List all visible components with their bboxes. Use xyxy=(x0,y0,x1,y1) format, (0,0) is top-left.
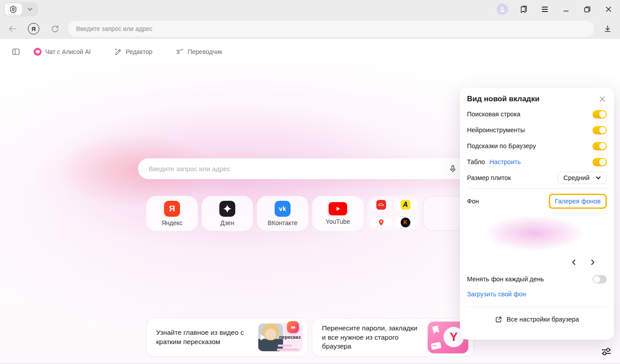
close-window-icon[interactable] xyxy=(601,2,616,16)
upload-background-link[interactable]: Загрузить свой фон xyxy=(467,291,526,298)
microphone-icon[interactable] xyxy=(448,164,458,174)
setting-row-daily-background: Менять фон каждый день xyxy=(467,271,607,287)
bookmarks-panel-icon[interactable] xyxy=(517,2,531,16)
sidebar-toggle-icon[interactable] xyxy=(7,44,25,60)
back-icon[interactable] xyxy=(4,21,21,37)
setting-label: Менять фон каждый день xyxy=(467,276,544,283)
close-panel-icon[interactable] xyxy=(598,95,607,103)
setting-row-background: Фон Галерея фонов xyxy=(467,192,607,211)
tile-group[interactable]: A K xyxy=(367,196,419,231)
quote-badge-icon xyxy=(287,321,299,333)
tile-label: YouTube xyxy=(325,218,350,225)
pencil-sparkle-icon xyxy=(114,47,122,56)
setting-label: Подсказки по Браузеру xyxy=(467,142,536,149)
restore-icon[interactable] xyxy=(580,2,594,16)
bookmarks-bar: Чат с Алисой AI Редактор а Переводчик xyxy=(0,39,620,64)
navigation-toolbar: Я xyxy=(0,19,620,39)
bookmark-translator[interactable]: а Переводчик xyxy=(171,45,226,59)
address-bar[interactable] xyxy=(68,21,594,37)
new-tab-settings-panel: Вид новой вкладки Поисковая строка Нейро… xyxy=(460,88,614,340)
skeleton-line xyxy=(278,345,292,347)
retell-badge: пересказ xyxy=(279,334,301,340)
play-icon xyxy=(260,334,265,341)
carousel-prev-icon[interactable] xyxy=(570,258,578,267)
page-settings-sliders-icon[interactable] xyxy=(600,345,613,358)
tile-size-value: Средний xyxy=(563,174,589,181)
tile-dzen[interactable]: Дзен xyxy=(202,196,253,231)
tableau-toggle[interactable] xyxy=(593,158,607,166)
background-gallery-link[interactable]: Галерея фонов xyxy=(555,198,601,205)
setting-label: Фон xyxy=(467,198,479,205)
active-tab[interactable]: 0 xyxy=(4,3,22,15)
chevron-down-icon xyxy=(596,175,601,180)
tab-strip: 0 xyxy=(0,0,620,19)
profile-avatar[interactable] xyxy=(495,2,509,16)
setting-row-search-bar: Поисковая строка xyxy=(467,106,607,122)
promo-text: Перенесите пароли, закладки и все нужное… xyxy=(322,324,422,352)
search-box[interactable] xyxy=(138,158,469,179)
tile-label: ВКонтакте xyxy=(268,220,297,226)
setting-label: Табло xyxy=(467,158,485,165)
translate-icon: а xyxy=(175,47,184,56)
tile-label: Яндекс xyxy=(161,220,182,226)
yandex-drive-icon xyxy=(370,200,392,210)
carousel-next-icon[interactable] xyxy=(588,258,597,267)
youtube-play-icon xyxy=(329,202,347,215)
vk-icon: vk xyxy=(275,201,291,217)
setting-row-upload: Загрузить свой фон xyxy=(467,287,607,301)
search-input[interactable] xyxy=(149,165,448,172)
external-link-icon xyxy=(495,316,502,323)
bookmark-label: Переводчик xyxy=(188,48,222,55)
search-bar-toggle[interactable] xyxy=(593,110,607,119)
yandex-logo-icon[interactable]: Я xyxy=(25,21,42,37)
tableau-configure-link[interactable]: Настроить xyxy=(490,158,521,165)
tile-size-select[interactable]: Средний xyxy=(558,172,607,184)
promo-video-summary[interactable]: Узнайте главное из видео с кратким перес… xyxy=(146,318,308,357)
refresh-icon[interactable] xyxy=(46,21,64,37)
address-input[interactable] xyxy=(76,25,586,32)
alice-icon xyxy=(34,48,42,56)
tile-vkontakte[interactable]: vk ВКонтакте xyxy=(257,196,308,231)
skeleton-line xyxy=(277,349,299,351)
browser-tips-toggle[interactable] xyxy=(593,142,607,150)
tile-label: Дзен xyxy=(220,220,234,226)
setting-label: Нейроинструменты xyxy=(467,126,525,134)
panel-title: Вид новой вкладки xyxy=(467,95,540,103)
bookmark-alice-chat[interactable]: Чат с Алисой AI xyxy=(29,45,95,58)
setting-label: Поисковая строка xyxy=(467,111,520,118)
panel-divider xyxy=(467,188,607,189)
tiles-row: Я Яндекс Дзен vk ВКонтакте YouTube xyxy=(146,196,474,231)
setting-row-tile-size: Размер плиток Средний xyxy=(467,170,607,186)
dzen-star-icon xyxy=(219,201,235,217)
bookmark-editor[interactable]: Редактор xyxy=(109,45,157,58)
tab-group[interactable]: 0 xyxy=(4,2,38,16)
tab-counter-shield-icon: 0 xyxy=(8,4,18,14)
kinopoisk-icon: K xyxy=(394,218,417,227)
window-controls xyxy=(495,0,616,19)
daily-background-toggle[interactable] xyxy=(593,275,607,284)
menu-icon[interactable] xyxy=(538,2,552,16)
promo-import-data[interactable]: Перенесите пароли, закладки и все нужное… xyxy=(312,318,474,357)
background-preview xyxy=(467,213,607,257)
minimize-icon[interactable] xyxy=(559,2,573,16)
bookmark-shape-icon xyxy=(432,326,440,334)
setting-label: Размер плиток xyxy=(467,174,511,181)
gallery-highlight-box: Галерея фонов xyxy=(549,194,607,209)
neurotools-toggle[interactable] xyxy=(593,126,607,134)
yandex-maps-pin-icon xyxy=(370,218,392,226)
yandex-tile-icon: Я xyxy=(164,201,180,217)
bookmark-label: Редактор xyxy=(126,48,152,55)
browser-window: 0 xyxy=(0,0,620,364)
tile-yandex[interactable]: Я Яндекс xyxy=(146,196,198,231)
bookmark-label: Чат с Алисой AI xyxy=(45,48,91,55)
tab-count: 0 xyxy=(8,4,18,14)
auto-ru-icon: A xyxy=(394,200,417,210)
panel-divider xyxy=(467,307,607,307)
tab-list-chevron-icon[interactable] xyxy=(22,6,38,12)
downloads-icon[interactable] xyxy=(599,21,616,37)
setting-row-tableau: Табло Настроить xyxy=(467,154,607,170)
tile-youtube[interactable]: YouTube xyxy=(312,196,364,231)
video-summary-illustration: пересказ xyxy=(258,323,302,352)
footer-label: Все настройки браузера xyxy=(507,316,579,323)
all-browser-settings-link[interactable]: Все настройки браузера xyxy=(467,310,607,329)
